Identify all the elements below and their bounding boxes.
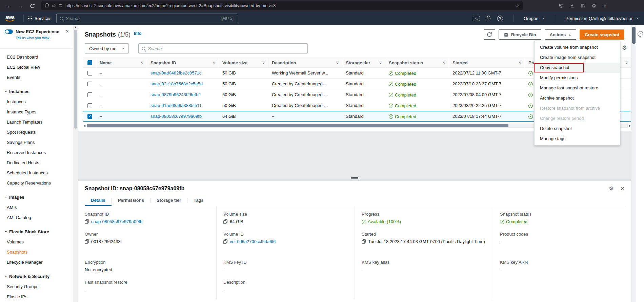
snapshot-id-link[interactable]: snap-0ad0482fbe2c8571c bbox=[150, 70, 201, 76]
downloads-icon[interactable] bbox=[567, 1, 577, 10]
scrollbar-thumb[interactable] bbox=[87, 124, 508, 127]
services-menu[interactable]: Services bbox=[28, 16, 52, 21]
filter-icon[interactable]: ▽ bbox=[262, 61, 265, 64]
scroll-up-icon[interactable]: ▲ bbox=[73, 26, 78, 28]
sidebar-item-ec2-global-view[interactable]: EC2 Global View bbox=[0, 62, 73, 72]
volume-id-link[interactable]: vol-0d6a2700ccf5da6f6 bbox=[230, 239, 276, 245]
filter-icon[interactable]: ▽ bbox=[213, 61, 215, 64]
tab-permissions[interactable]: Permissions bbox=[112, 195, 150, 206]
aws-logo[interactable]: aws bbox=[5, 15, 15, 22]
row-checkbox[interactable] bbox=[87, 103, 92, 108]
tab-tags[interactable]: Tags bbox=[187, 195, 209, 206]
page-vertical-scrollbar[interactable] bbox=[631, 25, 636, 302]
menu-item-delete-snapshot[interactable]: Delete snapshot bbox=[535, 124, 620, 134]
sidebar-section-network-security[interactable]: ▼Network & Security bbox=[0, 272, 73, 282]
scrollbar-thumb[interactable] bbox=[74, 30, 77, 129]
table-settings-gear-icon[interactable]: ⚙ bbox=[622, 45, 627, 51]
menu-item-manage-tags[interactable]: Manage tags bbox=[535, 134, 620, 144]
panel-close-icon[interactable]: × bbox=[620, 185, 624, 192]
panel-resize-handle[interactable] bbox=[351, 177, 358, 179]
browser-back-icon[interactable]: ← bbox=[4, 1, 14, 10]
new-experience-toggle[interactable] bbox=[5, 29, 13, 34]
sidebar-section-elastic-block-store[interactable]: ▼Elastic Block Store bbox=[0, 227, 73, 237]
select-all-checkbox[interactable] bbox=[87, 60, 92, 65]
menu-item-copy-snapshot[interactable]: Copy snapshot bbox=[535, 63, 620, 73]
bookmark-star-icon[interactable]: ☆ bbox=[515, 3, 519, 8]
copy-icon[interactable] bbox=[223, 239, 227, 244]
info-icon[interactable]: i bbox=[638, 31, 643, 37]
menu-item-modify-permissions[interactable]: Modify permissions bbox=[535, 73, 620, 83]
tab-details[interactable]: Details bbox=[85, 195, 112, 206]
sidebar-item-security-groups[interactable]: Security Groups bbox=[0, 282, 73, 292]
close-icon[interactable]: × bbox=[66, 29, 69, 34]
sidebar-item-volumes[interactable]: Volumes bbox=[0, 237, 73, 247]
sidebar-item-ec2-dashboard[interactable]: EC2 Dashboard bbox=[0, 52, 73, 62]
browser-refresh-icon[interactable] bbox=[27, 1, 37, 10]
snapshot-search-input[interactable]: Search bbox=[138, 43, 308, 53]
permissions-icon[interactable] bbox=[59, 3, 63, 8]
sidebar-item-amis[interactable]: AMIs bbox=[0, 202, 73, 213]
snapshot-id-link[interactable]: snap-08058c67e979a09fb bbox=[150, 114, 202, 119]
region-selector[interactable]: Oregon ▼ bbox=[524, 16, 545, 21]
menu-item-create-volume-from-snapshot[interactable]: Create volume from snapshot bbox=[535, 42, 620, 52]
sidebar-item-lifecycle-manager[interactable]: Lifecycle Manager bbox=[0, 257, 73, 267]
sidebar-item-spot-requests[interactable]: Spot Requests bbox=[0, 127, 73, 137]
sidebar-item-scheduled-instances[interactable]: Scheduled Instances bbox=[0, 168, 73, 178]
filter-icon[interactable]: ▽ bbox=[625, 61, 628, 64]
help-icon[interactable]: ? bbox=[497, 16, 503, 21]
sidebar-section-images[interactable]: ▼Images bbox=[0, 192, 73, 202]
browser-forward-icon[interactable]: → bbox=[16, 1, 26, 10]
banner-feedback-link[interactable]: Tell us what you think bbox=[16, 36, 68, 40]
sidebar-item-capacity-reservations[interactable]: Capacity Reservations bbox=[0, 178, 73, 188]
refresh-button[interactable] bbox=[484, 29, 495, 40]
row-checkbox[interactable] bbox=[87, 82, 92, 86]
sidebar-item-events[interactable]: Events bbox=[0, 72, 73, 83]
row-checkbox[interactable] bbox=[87, 71, 92, 76]
menu-item-create-image-from-snapshot[interactable]: Create image from snapshot bbox=[535, 52, 620, 63]
recycle-bin-button[interactable]: Recycle Bin bbox=[499, 29, 541, 40]
row-checkbox[interactable] bbox=[87, 92, 92, 97]
cloudshell-icon[interactable]: >_ bbox=[473, 16, 480, 21]
menu-item-archive-snapshot[interactable]: Archive snapshot bbox=[535, 93, 620, 103]
menu-item-manage-fast-snapshot-restore[interactable]: Manage fast snapshot restore bbox=[535, 83, 620, 93]
panel-settings-gear-icon[interactable]: ⚙ bbox=[609, 186, 613, 191]
scrollbar-thumb[interactable] bbox=[632, 27, 636, 44]
save-to-pocket-icon[interactable] bbox=[557, 1, 566, 10]
browser-menu-icon[interactable]: ≡ bbox=[600, 1, 610, 10]
filter-icon[interactable]: ▽ bbox=[141, 61, 143, 64]
scroll-left-icon[interactable]: ◀ bbox=[83, 124, 85, 127]
sidebar-section-instances[interactable]: ▼Instances bbox=[0, 87, 73, 97]
owned-by-filter[interactable]: Owned by me ▼ bbox=[85, 43, 129, 53]
copy-icon[interactable] bbox=[362, 239, 366, 244]
snapshot-id-link[interactable]: snap-02c18b7568e2c5e5d bbox=[150, 81, 203, 86]
filter-icon[interactable]: ▽ bbox=[443, 61, 445, 64]
create-snapshot-button[interactable]: Create snapshot bbox=[580, 29, 624, 40]
info-link[interactable]: Info bbox=[134, 31, 141, 36]
library-icon[interactable] bbox=[578, 1, 588, 10]
sidebar-item-snapshots[interactable]: Snapshots bbox=[0, 247, 73, 257]
row-checkbox[interactable] bbox=[87, 114, 92, 119]
copy-icon[interactable] bbox=[223, 219, 227, 224]
sidebar-scrollbar[interactable]: ▲ bbox=[73, 25, 78, 302]
copy-icon[interactable] bbox=[85, 219, 89, 224]
sidebar-item-ami-catalog[interactable]: AMI Catalog bbox=[0, 213, 73, 223]
filter-icon[interactable]: ▽ bbox=[336, 61, 339, 64]
notifications-bell-icon[interactable] bbox=[486, 15, 491, 21]
global-search-input[interactable]: Search [Alt+S] bbox=[56, 14, 237, 23]
filter-icon[interactable]: ▽ bbox=[519, 61, 521, 64]
snapshot-id-value[interactable]: snap-08058c67e979a09fb bbox=[91, 219, 142, 225]
snapshot-id-link[interactable]: snap-01ae68a6a3885f511 bbox=[150, 103, 202, 108]
browser-url-bar[interactable]: https://us-west-2.console.aws.amazon.com… bbox=[41, 1, 523, 10]
sidebar-item-elastic-ips[interactable]: Elastic IPs bbox=[0, 292, 73, 302]
snapshot-id-link[interactable]: snap-0879b96243f26efb2 bbox=[150, 92, 201, 97]
sidebar-item-launch-templates[interactable]: Launch Templates bbox=[0, 117, 73, 127]
sidebar-item-reserved-instances[interactable]: Reserved Instances bbox=[0, 148, 73, 158]
tab-storage-tier[interactable]: Storage tier bbox=[150, 195, 187, 206]
copy-icon[interactable] bbox=[85, 239, 89, 244]
actions-button[interactable]: Actions ▲ bbox=[545, 29, 577, 40]
sidebar-item-instance-types[interactable]: Instance Types bbox=[0, 107, 73, 117]
tracking-shield-icon[interactable] bbox=[45, 3, 49, 9]
sidebar-item-dedicated-hosts[interactable]: Dedicated Hosts bbox=[0, 158, 73, 168]
sidebar-item-savings-plans[interactable]: Savings Plans bbox=[0, 137, 73, 148]
account-menu[interactable]: Permission-QA/llu@stellarcyber.ai ▼ bbox=[565, 16, 639, 21]
